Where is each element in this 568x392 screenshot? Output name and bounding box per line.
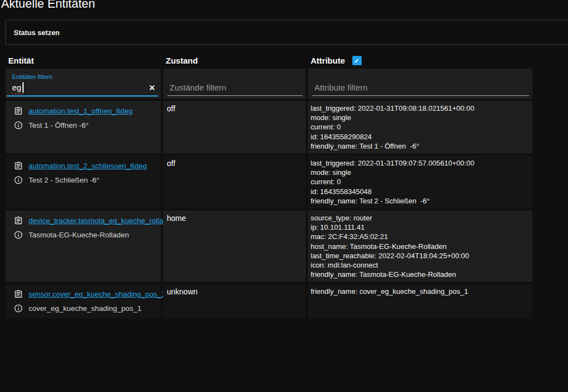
table-row-state: off: [163, 101, 306, 154]
text-caret: [23, 82, 24, 93]
copy-entity-id-icon[interactable]: [14, 289, 23, 299]
entity-friendly-name: Tasmota-EG-Kueche-Rolladen: [29, 230, 129, 240]
entity-id-link[interactable]: automation.test_2_schliessen_6deg: [29, 161, 147, 171]
entity-id-link[interactable]: device_tracker.tasmota_eg_kueche_rollade…: [29, 215, 176, 226]
column-header-entity-label: Entität: [8, 56, 34, 65]
entity-friendly-name: Test 2 - Schließen -6°: [29, 175, 99, 185]
column-header-state: Zustand: [163, 54, 306, 67]
entity-id-link[interactable]: automation.test_1_offnen_6deg: [29, 106, 133, 116]
info-icon[interactable]: [14, 175, 23, 185]
spellcheck-squiggle: [12, 93, 23, 94]
clear-filter-icon[interactable]: ✕: [149, 83, 155, 92]
entity-filter-underline: [7, 95, 158, 97]
attributes-filter-underline: [312, 95, 529, 96]
table-header: Entität Zustand Attribute ✓: [5, 54, 532, 67]
table-row-state: home: [163, 211, 306, 282]
copy-entity-id-icon[interactable]: [14, 216, 23, 225]
table-row-attributes: last_triggered: 2022-01-31T09:07:57.0056…: [308, 156, 532, 208]
table-row-entity: automation.test_1_offnen_6deg Test 1 - Ö…: [5, 101, 161, 154]
info-icon[interactable]: [14, 230, 23, 240]
attributes-checkbox[interactable]: ✓: [352, 56, 362, 65]
column-header-attributes: Attribute ✓: [308, 54, 532, 67]
check-icon: ✓: [354, 57, 359, 65]
entity-friendly-name: Test 1 - Öffnen -6°: [29, 120, 88, 130]
states-table: Entitäten filtern ✕ automation.test_1_of…: [5, 69, 532, 319]
info-icon[interactable]: [14, 121, 23, 130]
attributes-filter-cell: [308, 69, 532, 99]
table-row-state: off: [163, 156, 306, 208]
page-title: Aktuelle Entitäten: [1, 0, 568, 10]
table-row-attributes: source_type: router ip: 10.101.111.41 ma…: [308, 211, 532, 282]
entity-filter-cell: Entitäten filtern ✕: [5, 69, 161, 99]
copy-entity-id-icon[interactable]: [14, 106, 23, 116]
table-row-entity: device_tracker.tasmota_eg_kueche_rollade…: [5, 211, 161, 282]
table-row-entity: sensor.cover_eg_kueche_shading_pos_1 cov…: [5, 284, 161, 319]
column-header-entity: Entität: [5, 54, 161, 67]
entity-filter-input[interactable]: [12, 83, 144, 92]
entity-id-link[interactable]: sensor.cover_eg_kueche_shading_pos_1: [29, 289, 165, 299]
column-header-attributes-label: Attribute: [311, 56, 345, 65]
table-row-state: unknown: [163, 284, 306, 319]
table-row-entity: automation.test_2_schliessen_6deg Test 2…: [5, 156, 161, 208]
state-filter-input[interactable]: [170, 83, 289, 92]
table-row-attributes: friendly_name: cover_eg_kueche_shading_p…: [308, 284, 532, 319]
table-row-attributes: last_triggered: 2022-01-31T09:08:18.0215…: [308, 101, 532, 154]
set-state-section: Status setzen: [5, 20, 568, 45]
column-header-state-label: Zustand: [166, 56, 198, 65]
state-filter-cell: [163, 69, 306, 99]
set-state-label: Status setzen: [14, 29, 60, 37]
attributes-filter-input[interactable]: [314, 83, 516, 92]
entity-friendly-name: cover_eg_kueche_shading_pos_1: [29, 303, 142, 314]
info-icon[interactable]: [14, 304, 23, 313]
copy-entity-id-icon[interactable]: [14, 161, 23, 171]
entity-filter-label: Entitäten filtern: [12, 73, 52, 80]
state-filter-underline: [167, 95, 302, 96]
